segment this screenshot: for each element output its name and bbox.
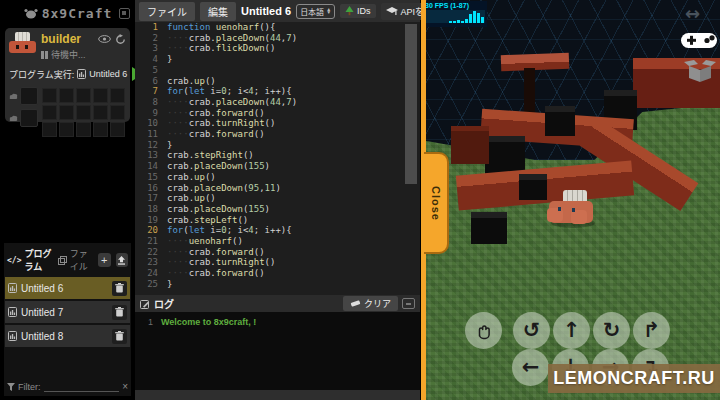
- resize-icon[interactable]: ↔: [685, 3, 700, 24]
- control-grab-hand-button[interactable]: [465, 312, 502, 349]
- move-left-icon: ←: [522, 357, 540, 378]
- code-text: ····crab.forward(): [167, 268, 265, 279]
- inventory-slot[interactable]: [93, 105, 108, 120]
- control-rotate-right-button[interactable]: ↻: [593, 312, 630, 349]
- scrollbar-thumb[interactable]: [405, 24, 417, 184]
- inventory-slot[interactable]: [110, 105, 125, 120]
- inventory-slot[interactable]: [42, 88, 57, 103]
- clear-filter-icon[interactable]: ×: [122, 381, 128, 392]
- control-step-up-button[interactable]: ↱: [633, 312, 670, 349]
- inventory-slot[interactable]: [42, 122, 57, 137]
- code-text: crab.up(): [167, 76, 216, 87]
- inventory-slot[interactable]: [59, 122, 74, 137]
- voxel-block: [471, 212, 507, 244]
- inventory-slot[interactable]: [42, 105, 57, 120]
- program-list-item[interactable]: Untitled 6: [5, 277, 130, 299]
- line-number: 13: [135, 150, 167, 161]
- line-number: 19: [135, 215, 167, 226]
- inventory-slot[interactable]: [76, 105, 91, 120]
- line-number: 17: [135, 193, 167, 204]
- ids-button[interactable]: IDs: [340, 4, 376, 18]
- inventory-slot[interactable]: [110, 88, 125, 103]
- document-icon: [77, 69, 86, 79]
- app-window: 8x9Craft builder: [0, 0, 720, 400]
- voxel-block: [524, 68, 535, 116]
- popout-icon[interactable]: [119, 8, 130, 19]
- close-drawer-tab[interactable]: Close: [424, 152, 449, 254]
- eye-icon[interactable]: [98, 35, 111, 43]
- filter-input[interactable]: [44, 381, 120, 392]
- control-move-forward-button[interactable]: ↑: [553, 312, 590, 349]
- control-rotate-left-button[interactable]: ↺: [513, 312, 550, 349]
- tab-files[interactable]: ファイル: [58, 247, 93, 273]
- crab-character: [547, 188, 599, 230]
- code-text: crab.placeDown(95,11): [167, 183, 281, 194]
- app-logo: 8x9Craft: [42, 6, 113, 21]
- delete-program-button[interactable]: [112, 329, 127, 344]
- voxel-block: [485, 136, 525, 174]
- line-number: 25: [135, 279, 167, 290]
- document-icon: [8, 331, 17, 341]
- watermark: LEMONCRAFT.RU: [548, 364, 720, 393]
- editor-bottom-strip: [135, 390, 420, 400]
- inventory-slot[interactable]: [76, 122, 91, 137]
- inventory-slot[interactable]: [93, 88, 108, 103]
- delete-program-button[interactable]: [112, 305, 127, 320]
- box-icon[interactable]: [683, 56, 717, 88]
- code-text: }: [167, 54, 172, 65]
- voxel-block: [545, 106, 575, 136]
- code-text: ····crab.turnRight(): [167, 118, 275, 129]
- graduation-cap-icon: [386, 7, 398, 16]
- pause-icon: [41, 51, 48, 59]
- code-text: crab.stepLeft(): [167, 215, 248, 226]
- line-number: 24: [135, 268, 167, 279]
- line-number: 6: [135, 76, 167, 87]
- voxel-block: [519, 174, 547, 200]
- log-panel: ログ クリア 1Welcome to 8x9craft, !: [135, 295, 420, 390]
- code-lines: 1function uenoharf(){2····crab.placeDown…: [135, 22, 420, 290]
- delete-program-button[interactable]: [112, 281, 127, 296]
- run-program-name: Untitled 6: [89, 69, 127, 79]
- step-up-icon: ↱: [643, 320, 661, 341]
- code-text: for(let i=0; i<4; i++){: [167, 225, 292, 236]
- item-icon: [9, 92, 18, 100]
- program-name: Untitled 7: [21, 307, 108, 318]
- grab-hand-icon: [474, 321, 494, 341]
- collapse-log-icon[interactable]: [402, 298, 415, 309]
- inventory-slot[interactable]: [76, 88, 91, 103]
- edit-menu[interactable]: 編集: [200, 2, 236, 21]
- inventory-slot[interactable]: [59, 88, 74, 103]
- log-title: ログ: [154, 296, 174, 311]
- program-list-item[interactable]: Untitled 7: [5, 301, 130, 323]
- language-select[interactable]: 日本語 ▲▼: [296, 4, 335, 19]
- ids-label: IDs: [357, 6, 371, 16]
- log-entries: 1Welcome to 8x9craft, !: [135, 312, 420, 390]
- line-number: 14: [135, 161, 167, 172]
- gamepad-icon[interactable]: [679, 28, 719, 56]
- code-text: crab.placeDown(155): [167, 204, 270, 215]
- equipment-slot[interactable]: [20, 87, 38, 105]
- inventory-grid: [42, 88, 125, 137]
- refresh-icon[interactable]: [115, 34, 126, 45]
- control-move-left-button[interactable]: ←: [512, 349, 549, 386]
- code-text: ····crab.forward(): [167, 247, 265, 258]
- game-viewport[interactable]: 30 FPS (1-87) ↔ Close ↺↑↻↱ ←↓→↴ LEMONCRA…: [421, 0, 720, 400]
- add-program-button[interactable]: +: [98, 253, 111, 267]
- line-number: 20: [135, 225, 167, 236]
- tab-programs[interactable]: </> プログラム: [7, 247, 53, 273]
- file-menu[interactable]: ファイル: [139, 2, 195, 21]
- clear-log-button[interactable]: クリア: [343, 296, 398, 311]
- inventory-slot[interactable]: [93, 122, 108, 137]
- tab-programs-label: プログラム: [24, 247, 52, 273]
- line-number: 15: [135, 172, 167, 183]
- eraser-icon: [350, 299, 361, 308]
- code-text: }: [167, 140, 172, 151]
- equipment-slot[interactable]: [20, 109, 38, 127]
- inventory-slot[interactable]: [59, 105, 74, 120]
- program-list-item[interactable]: Untitled 8: [5, 325, 130, 347]
- code-editor[interactable]: 1function uenoharf(){2····crab.placeDown…: [135, 22, 420, 295]
- inventory-slot[interactable]: [110, 122, 125, 137]
- editor-scrollbar[interactable]: [405, 24, 417, 292]
- fps-graph: [425, 10, 485, 23]
- upload-button[interactable]: [116, 253, 129, 267]
